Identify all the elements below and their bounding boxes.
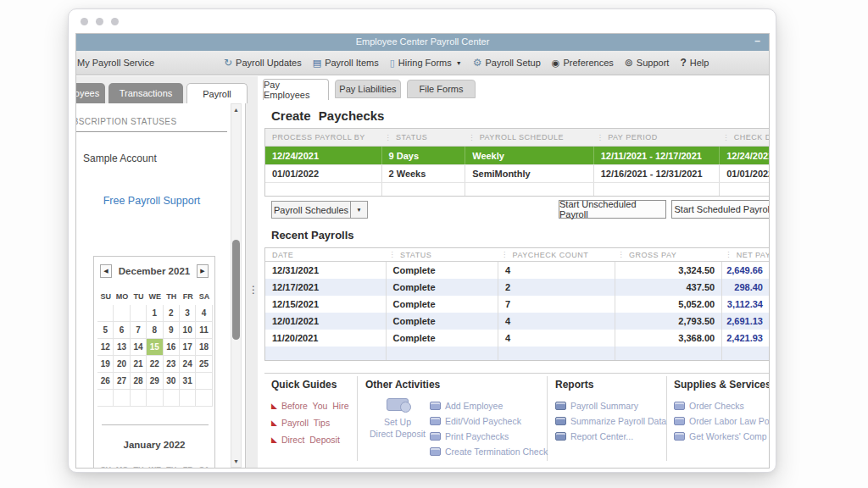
cell: 298.40 [721, 279, 769, 296]
other-activity-link[interactable]: Print Paychecks [430, 431, 548, 441]
calendar-day-cell[interactable]: 19 [97, 356, 114, 373]
recent-payroll-row[interactable]: 11/20/2021Complete43,368.002,421.93 [265, 330, 769, 347]
calendar-day-cell[interactable]: 29 [147, 373, 163, 390]
account-name: Sample Account [83, 152, 157, 164]
column-header[interactable]: ⋮STATUS [381, 129, 465, 146]
calendar-day-cell[interactable]: 6 [114, 322, 130, 339]
window-minimize-icon[interactable]: – [754, 35, 760, 47]
help-button[interactable]: ?Help [680, 58, 709, 68]
calendar-day-cell[interactable]: 18 [196, 339, 212, 356]
calendar-day-cell[interactable]: 26 [97, 373, 114, 390]
preferences-button[interactable]: ◉Preferences [552, 58, 614, 68]
free-payroll-support-link[interactable]: Free Payroll Support [76, 195, 227, 207]
calendar-day-cell[interactable]: 24 [180, 356, 196, 373]
calendar-day-cell[interactable]: 28 [131, 373, 147, 390]
calendar-day-cell[interactable]: 23 [164, 356, 180, 373]
payroll-updates-button[interactable]: ↻Payroll Updates [224, 58, 302, 68]
supplies-link[interactable]: Order Checks [674, 401, 769, 411]
quick-guides-list: ◣Before You Hire◣Payroll Tips◣Direct Dep… [271, 401, 348, 452]
recent-payroll-row[interactable]: 12/31/2021Complete43,324.502,649.66 [265, 262, 769, 279]
start-unscheduled-payroll-button[interactable]: Start Unscheduled Payroll [559, 200, 666, 219]
calendar-day-header: MO [114, 292, 130, 301]
my-payroll-service-button[interactable]: My Payroll Service [77, 58, 154, 68]
column-header[interactable]: ⋮PAY PERIOD [593, 129, 720, 146]
column-header[interactable]: ⋮STATUS [386, 248, 498, 261]
column-header[interactable]: ⋮CHECK DATE [719, 129, 769, 146]
calendar-day-cell[interactable]: 22 [147, 356, 163, 373]
support-button[interactable]: ⊚Support [625, 58, 670, 68]
content-area: Employees Transactions Payroll SUBSCRIPT… [76, 76, 769, 468]
sidebar-tab-employees[interactable]: Employees [76, 83, 105, 103]
maximize-button[interactable] [111, 18, 119, 25]
calendar-day-cell[interactable]: 1 [147, 305, 163, 322]
calendar-day-cell[interactable]: 12 [97, 339, 114, 356]
sidebar-tab-transactions[interactable]: Transactions [108, 83, 183, 103]
payroll-schedules-dropdown[interactable]: Payroll Schedules ▼ [271, 201, 368, 219]
quick-guide-link[interactable]: ◣Direct Deposit [271, 435, 348, 445]
calendar-day-cell[interactable]: 3 [180, 305, 196, 322]
column-header[interactable]: ⋮PAYCHECK COUNT [498, 248, 615, 261]
recent-payroll-row[interactable]: 12/15/2021Complete75,052.003,112.34 [265, 296, 769, 313]
calendar-day-cell[interactable]: 11 [196, 322, 212, 339]
calendar-next-button[interactable]: ▶ [197, 264, 209, 278]
calendar-day-cell[interactable]: 25 [196, 356, 212, 373]
other-activity-link[interactable]: Create Termination Check [430, 446, 548, 457]
recent-payroll-row[interactable]: 12/17/2021Complete2437.50298.40 [265, 279, 769, 296]
scroll-down-icon[interactable]: ▼ [231, 458, 241, 464]
calendar-day-cell[interactable]: 4 [196, 305, 212, 322]
start-scheduled-payroll-button[interactable]: Start Scheduled Payroll [671, 200, 769, 219]
scrollbar-thumb[interactable] [232, 240, 240, 340]
setup-direct-deposit-link[interactable]: Set UpDirect Deposit [365, 398, 430, 440]
calendar-day-cell[interactable]: 17 [180, 339, 196, 356]
tab-file-forms[interactable]: File Forms [407, 80, 476, 98]
sidebar-scrollbar[interactable]: ▲ ▼ [231, 103, 242, 468]
sidebar-tab-payroll[interactable]: Payroll [186, 83, 248, 103]
report-link[interactable]: Summarize Payroll Data [555, 416, 666, 426]
calendar-day-cell[interactable]: 2 [164, 305, 180, 322]
column-header[interactable]: ⋮NET PAY [721, 248, 769, 261]
payroll-schedules-label[interactable]: Payroll Schedules [271, 201, 351, 219]
calendar-day-cell[interactable]: 8 [147, 322, 163, 339]
calendar-grid: 1234567891011121314151617181920212223242… [97, 305, 213, 407]
close-button[interactable] [81, 18, 88, 25]
calendar-day-cell[interactable]: 30 [164, 373, 180, 390]
calendar-day-cell[interactable]: 20 [114, 356, 130, 373]
tab-pay-employees[interactable]: Pay Employees [263, 79, 329, 100]
quick-guide-link[interactable]: ◣Payroll Tips [271, 418, 348, 428]
report-link[interactable]: Payroll Summary [555, 401, 666, 411]
paycheck-schedule-row[interactable]: 12/24/20219 DaysWeekly12/11/2021 - 12/17… [265, 147, 769, 164]
column-header[interactable]: ⋮GROSS PAY [615, 248, 722, 261]
calendar-day-cell[interactable]: 7 [131, 322, 147, 339]
scroll-up-icon[interactable]: ▲ [231, 107, 241, 113]
chevron-down-icon[interactable]: ▼ [351, 201, 368, 219]
payroll-items-button[interactable]: ▤Payroll Items [313, 58, 379, 68]
create-paychecks-title: Create Paychecks [271, 108, 384, 123]
other-activity-link[interactable]: Add Employee [430, 401, 548, 411]
calendar-day-cell[interactable]: 14 [131, 339, 147, 356]
other-activity-link[interactable]: Edit/Void Paycheck [430, 416, 548, 426]
payroll-setup-button[interactable]: ⚙Payroll Setup [473, 58, 541, 68]
calendar-day-cell[interactable]: 31 [180, 373, 196, 390]
hiring-forms-button[interactable]: ▯Hiring Forms▼ [390, 58, 462, 68]
minimize-button[interactable] [96, 18, 103, 25]
supplies-link[interactable]: Get Workers' Comp Quote [674, 431, 769, 441]
calendar-day-cell[interactable]: 21 [131, 356, 147, 373]
recent-payroll-row[interactable]: 12/01/2021Complete42,793.502,691.13 [265, 313, 769, 330]
supplies-link[interactable]: Order Labor Law Posters [674, 416, 769, 426]
calendar-day-cell[interactable]: 13 [114, 339, 130, 356]
calendar-day-cell[interactable]: 5 [97, 322, 114, 339]
tab-pay-liabilities[interactable]: Pay Liabilities [335, 80, 401, 98]
paycheck-schedule-row[interactable]: 01/01/20222 WeeksSemiMonthly12/16/2021 -… [265, 164, 769, 182]
calendar-selected-day[interactable]: 15 [147, 339, 163, 356]
report-link[interactable]: Report Center... [555, 431, 666, 441]
calendar-day-cell[interactable]: 9 [164, 322, 180, 339]
column-header[interactable]: PROCESS PAYROLL BY [265, 129, 381, 146]
calendar-day-cell[interactable]: 10 [180, 322, 196, 339]
calendar-day-cell[interactable]: 27 [114, 373, 130, 390]
splitter-handle-icon[interactable]: ⋮ [248, 288, 258, 291]
calendar-day-cell[interactable]: 16 [164, 339, 180, 356]
column-header[interactable]: ⋮PAYROLL SCHEDULE [465, 129, 593, 146]
quick-guide-link[interactable]: ◣Before You Hire [271, 401, 348, 411]
other-activity-link-label: Add Employee [445, 401, 503, 411]
column-header[interactable]: DATE [265, 248, 386, 261]
